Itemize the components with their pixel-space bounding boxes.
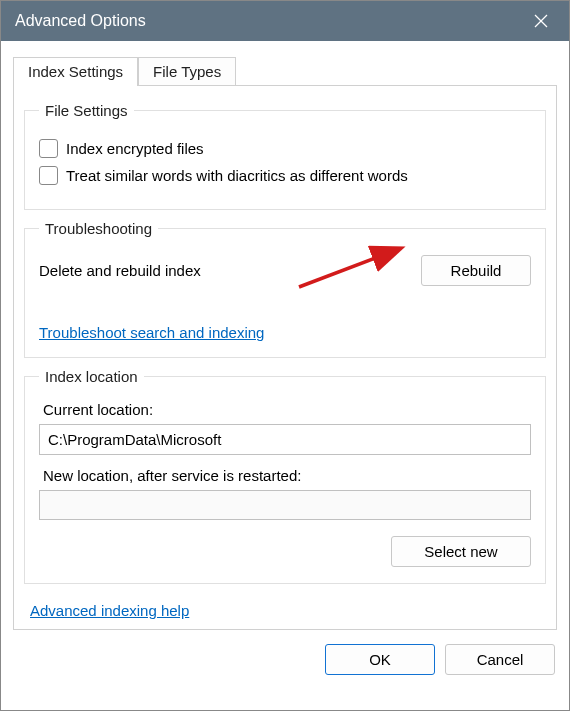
close-button[interactable] bbox=[527, 7, 555, 35]
close-icon bbox=[533, 13, 549, 29]
troubleshoot-search-link[interactable]: Troubleshoot search and indexing bbox=[39, 324, 264, 341]
treat-diacritics-checkbox[interactable] bbox=[39, 166, 58, 185]
dialog-button-row: OK Cancel bbox=[13, 644, 557, 675]
dialog-content: Index Settings File Types File Settings … bbox=[1, 41, 569, 685]
treat-diacritics-label: Treat similar words with diacritics as d… bbox=[66, 167, 408, 184]
tab-panel-index-settings: File Settings Index encrypted files Trea… bbox=[13, 85, 557, 630]
troubleshooting-legend: Troubleshooting bbox=[39, 220, 158, 237]
delete-rebuild-label: Delete and rebuild index bbox=[39, 262, 201, 279]
index-location-legend: Index location bbox=[39, 368, 144, 385]
tab-index-settings[interactable]: Index Settings bbox=[13, 57, 138, 86]
tab-file-types[interactable]: File Types bbox=[138, 57, 236, 86]
select-new-button[interactable]: Select new bbox=[391, 536, 531, 567]
index-encrypted-row: Index encrypted files bbox=[39, 139, 531, 158]
index-location-group: Index location Current location: C:\Prog… bbox=[24, 368, 546, 584]
treat-diacritics-row: Treat similar words with diacritics as d… bbox=[39, 166, 531, 185]
new-location-value bbox=[39, 490, 531, 520]
current-location-value: C:\ProgramData\Microsoft bbox=[39, 424, 531, 455]
advanced-indexing-help-link[interactable]: Advanced indexing help bbox=[30, 602, 189, 619]
new-location-label: New location, after service is restarted… bbox=[43, 467, 531, 484]
index-encrypted-label: Index encrypted files bbox=[66, 140, 204, 157]
window-title: Advanced Options bbox=[15, 12, 146, 30]
file-settings-legend: File Settings bbox=[39, 102, 134, 119]
current-location-label: Current location: bbox=[43, 401, 531, 418]
file-settings-group: File Settings Index encrypted files Trea… bbox=[24, 102, 546, 210]
tab-strip: Index Settings File Types bbox=[13, 57, 557, 86]
titlebar: Advanced Options bbox=[1, 1, 569, 41]
ok-button[interactable]: OK bbox=[325, 644, 435, 675]
index-encrypted-checkbox[interactable] bbox=[39, 139, 58, 158]
rebuild-button[interactable]: Rebuild bbox=[421, 255, 531, 286]
delete-rebuild-row: Delete and rebuild index Rebuild bbox=[39, 255, 531, 286]
troubleshooting-group: Troubleshooting Delete and rebuild index… bbox=[24, 220, 546, 358]
cancel-button[interactable]: Cancel bbox=[445, 644, 555, 675]
